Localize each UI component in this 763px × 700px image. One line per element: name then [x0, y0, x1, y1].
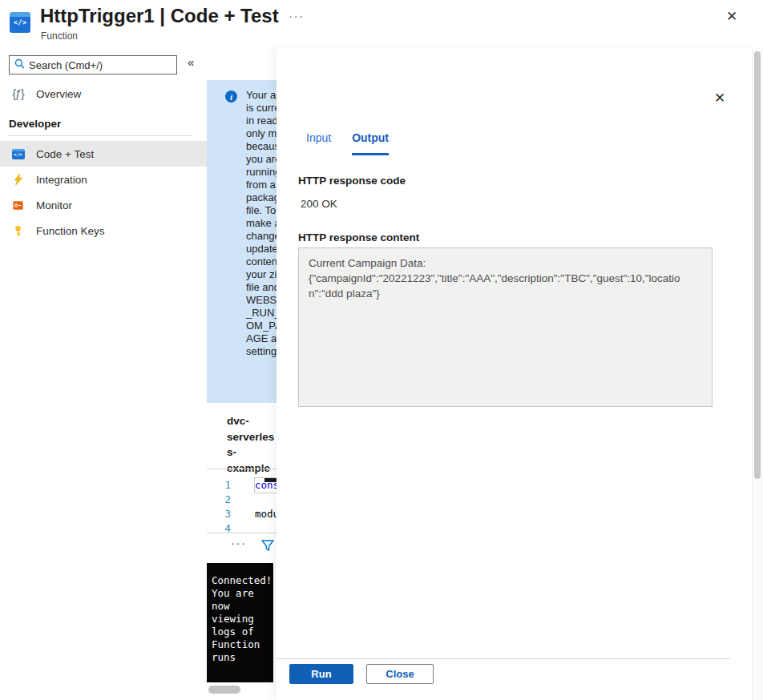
logs-more-icon[interactable]: ···: [231, 537, 247, 549]
sidebar-divider: [9, 135, 192, 136]
page-title: HttpTrigger1 | Code + Test: [40, 5, 279, 27]
read-only-info-banner: i Your app is currently in read only mod…: [207, 80, 277, 403]
line-number: 3: [207, 507, 231, 521]
search-input[interactable]: [29, 59, 172, 71]
sidebar-section-developer: Developer: [9, 118, 61, 130]
code-test-icon: </>: [11, 147, 25, 161]
sidebar-item-label: Monitor: [36, 199, 72, 211]
sidebar-item-label: Code + Test: [36, 148, 94, 160]
read-only-banner-text: Your app is currently in read only mode …: [246, 89, 277, 358]
overview-icon: {ƒ}: [11, 87, 25, 101]
page-subtitle: Function: [41, 30, 78, 42]
panel-close-icon[interactable]: ✕: [714, 91, 725, 105]
blade-name: | Code + Test: [159, 5, 278, 26]
editor-line: 2: [207, 493, 277, 507]
http-response-content-box: Current Campaign Data: {"campaignId":"20…: [298, 247, 713, 407]
sidebar-item-integration[interactable]: Integration: [0, 167, 207, 192]
logs-toolbar-divider: [207, 533, 277, 533]
code-test-workspace: i Your app is currently in read only mod…: [207, 48, 277, 700]
vertical-scrollbar-thumb[interactable]: [754, 51, 761, 479]
run-button[interactable]: Run: [289, 664, 353, 684]
editor-top-divider: [207, 469, 277, 469]
tab-output[interactable]: Output: [352, 131, 389, 155]
panel-footer-divider: [277, 658, 730, 659]
input-output-tabs: Input Output: [306, 131, 389, 155]
http-response-content-label: HTTP response content: [298, 231, 419, 243]
horizontal-scrollbar-thumb[interactable]: [208, 686, 240, 694]
console-log-text: Connected! You are now viewing logs of F…: [212, 574, 258, 664]
title-more-icon[interactable]: ···: [289, 10, 305, 22]
blade-close-icon[interactable]: ✕: [726, 10, 737, 23]
sidebar-item-label: Integration: [36, 174, 87, 186]
lightning-bolt-icon: [11, 173, 25, 187]
line-number: 4: [207, 521, 231, 532]
http-response-code-label: HTTP response code: [298, 175, 406, 187]
sidebar-item-label: Overview: [36, 88, 81, 100]
sidebar-collapse-icon[interactable]: «: [188, 56, 194, 68]
info-icon: i: [225, 91, 237, 103]
search-icon: [14, 58, 25, 72]
test-run-panel: ✕ Input Output HTTP response code 200 OK…: [277, 48, 752, 700]
code-token: module: [255, 507, 277, 521]
sidebar-item-monitor[interactable]: Monitor: [0, 192, 207, 218]
sidebar-item-label: Function Keys: [36, 225, 105, 237]
function-app-name: dvc-serverless-example: [227, 413, 277, 476]
editor-overview-marker: [264, 478, 277, 482]
line-number: 2: [207, 493, 231, 507]
sidebar-search[interactable]: [9, 55, 177, 74]
http-response-code-value: 200 OK: [301, 198, 337, 210]
monitor-icon: [11, 199, 25, 212]
tab-input[interactable]: Input: [306, 131, 331, 155]
line-number: 1: [207, 478, 231, 493]
function-name: HttpTrigger1: [40, 5, 155, 26]
key-icon: [11, 224, 25, 238]
close-button[interactable]: Close: [366, 664, 434, 684]
function-app-icon: </>: [10, 12, 30, 33]
logs-console: Connected! You are now viewing logs of F…: [207, 563, 273, 682]
filter-funnel-icon[interactable]: [260, 537, 276, 553]
sidebar-item-overview[interactable]: {ƒ} Overview: [0, 81, 207, 107]
sidebar-item-code-test[interactable]: </> Code + Test: [0, 141, 207, 167]
editor-line: 4: [207, 521, 277, 532]
editor-line: 3 module: [207, 507, 277, 521]
sidebar-item-function-keys[interactable]: Function Keys: [0, 218, 207, 243]
